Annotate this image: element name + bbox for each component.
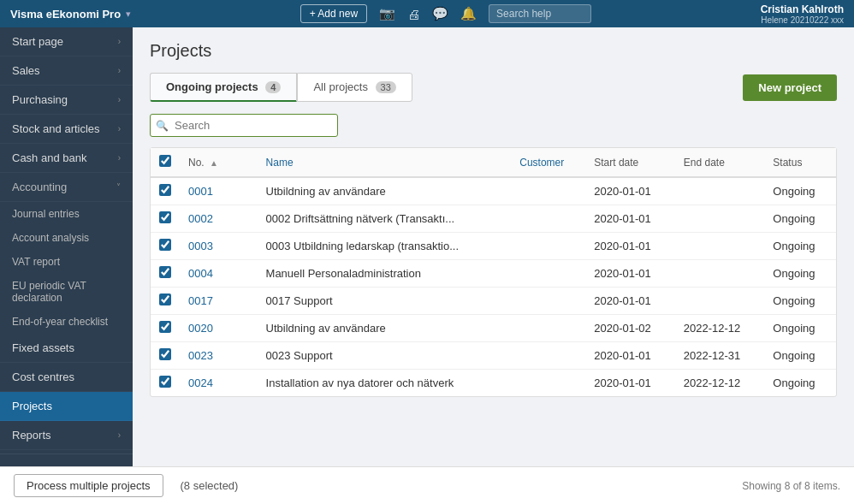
select-all-checkbox[interactable] xyxy=(159,155,171,167)
logo-chevron-icon[interactable]: ▾ xyxy=(126,9,131,20)
row-checkbox-cell xyxy=(151,342,180,370)
page-title: Projects xyxy=(150,41,837,61)
table-row: 0020 Utbildning av användare 2020-01-02 … xyxy=(151,315,836,342)
row-start-date: 2020-01-02 xyxy=(585,315,675,342)
row-checkbox[interactable] xyxy=(159,294,171,305)
header-start-date: Start date xyxy=(585,148,675,177)
row-checkbox[interactable] xyxy=(159,376,171,388)
row-no[interactable]: 0002 xyxy=(180,205,236,233)
row-checkbox-cell xyxy=(151,177,180,205)
tabs: Ongoing projects 4 All projects 33 xyxy=(150,73,412,102)
sidebar-item-stock-articles[interactable]: Stock and articles › xyxy=(0,115,133,144)
sidebar-sub-eu-periodic[interactable]: EU periodic VAT declaration xyxy=(0,274,133,310)
row-checkbox[interactable] xyxy=(159,348,171,360)
sidebar-item-projects[interactable]: Projects xyxy=(0,392,133,421)
row-customer xyxy=(511,288,585,315)
row-spacer xyxy=(236,177,257,205)
row-status: Ongoing xyxy=(764,315,836,342)
row-no[interactable]: 0004 xyxy=(180,260,236,288)
row-spacer xyxy=(236,260,257,288)
search-bar xyxy=(150,114,837,137)
tab-ongoing-projects[interactable]: Ongoing projects 4 xyxy=(150,73,297,102)
sidebar-sub-vat-report[interactable]: VAT report xyxy=(0,250,133,274)
topbar-right: Cristian Kahlroth Helene 20210222 xxx xyxy=(761,3,844,25)
table-row: 0002 0002 Driftsättning nätverk (Transak… xyxy=(151,205,836,233)
help-search-input[interactable] xyxy=(489,4,591,23)
project-search-input[interactable] xyxy=(150,114,338,137)
header-name: Name xyxy=(258,148,512,177)
row-checkbox[interactable] xyxy=(159,184,171,196)
chevron-right-icon: › xyxy=(118,430,121,440)
ongoing-badge: 4 xyxy=(265,81,281,93)
footer-left: Process multiple projects (8 selected) xyxy=(14,474,238,497)
row-end-date xyxy=(675,233,765,260)
add-new-button[interactable]: + Add new xyxy=(300,4,367,23)
new-project-button[interactable]: New project xyxy=(743,74,837,101)
projects-table-wrap: No. ▲ Name Customer Start date End date … xyxy=(150,147,837,397)
tab-all-projects[interactable]: All projects 33 xyxy=(297,73,412,102)
sidebar-item-sales[interactable]: Sales › xyxy=(0,56,133,86)
row-spacer xyxy=(236,288,257,315)
search-wrap xyxy=(150,114,338,137)
row-no[interactable]: 0020 xyxy=(180,315,236,342)
row-end-date xyxy=(675,288,765,315)
row-no[interactable]: 0017 xyxy=(180,288,236,315)
sidebar-item-settings[interactable]: Settings › xyxy=(0,458,133,466)
row-checkbox[interactable] xyxy=(159,211,171,223)
all-badge: 33 xyxy=(376,81,396,93)
row-start-date: 2020-01-01 xyxy=(585,233,675,260)
table-row: 0001 Utbildning av användare 2020-01-01 … xyxy=(151,177,836,205)
row-customer xyxy=(511,315,585,342)
bell-icon[interactable]: 🔔 xyxy=(460,6,477,21)
app-logo: Visma eEkonomi Pro xyxy=(10,8,121,21)
process-multiple-button[interactable]: Process multiple projects xyxy=(14,474,163,497)
table-row: 0003 0003 Utbildning ledarskap (transakt… xyxy=(151,233,836,260)
sidebar-sub-journal-entries[interactable]: Journal entries xyxy=(0,202,133,226)
row-checkbox[interactable] xyxy=(159,266,171,278)
sidebar-item-cost-centres[interactable]: Cost centres xyxy=(0,363,133,392)
row-customer xyxy=(511,260,585,288)
photo-icon[interactable]: 📷 xyxy=(379,6,395,21)
row-no[interactable]: 0023 xyxy=(180,342,236,370)
row-status: Ongoing xyxy=(764,370,836,397)
sidebar-sub-end-of-year[interactable]: End-of-year checklist xyxy=(0,310,133,334)
row-spacer xyxy=(236,233,257,260)
table-row: 0004 Manuell Personaladministration 2020… xyxy=(151,260,836,288)
row-checkbox[interactable] xyxy=(159,239,171,251)
row-checkbox-cell xyxy=(151,370,180,397)
header-spacer xyxy=(236,148,257,177)
row-status: Ongoing xyxy=(764,233,836,260)
sidebar: Start page › Sales › Purchasing › Stock … xyxy=(0,27,133,466)
chat-icon[interactable]: 💬 xyxy=(432,6,448,21)
table-header-row: No. ▲ Name Customer Start date End date … xyxy=(151,148,836,177)
row-customer xyxy=(511,342,585,370)
row-checkbox-cell xyxy=(151,233,180,260)
sidebar-item-accounting[interactable]: Accounting ˅ xyxy=(0,173,133,202)
row-checkbox-cell xyxy=(151,260,180,288)
print-icon[interactable]: 🖨 xyxy=(407,7,420,21)
topbar-left: Visma eEkonomi Pro ▾ xyxy=(10,8,131,21)
row-checkbox[interactable] xyxy=(159,321,171,333)
row-start-date: 2020-01-01 xyxy=(585,205,675,233)
row-status: Ongoing xyxy=(764,177,836,205)
row-no[interactable]: 0024 xyxy=(180,370,236,397)
row-checkbox-cell xyxy=(151,288,180,315)
sidebar-sub-account-analysis[interactable]: Account analysis xyxy=(0,226,133,250)
header-no[interactable]: No. ▲ xyxy=(180,148,236,177)
topbar-center: + Add new 📷 🖨 💬 🔔 xyxy=(300,4,591,23)
sidebar-item-purchasing[interactable]: Purchasing › xyxy=(0,86,133,115)
sidebar-item-fixed-assets[interactable]: Fixed assets xyxy=(0,334,133,363)
row-name: 0003 Utbildning ledarskap (transaktio... xyxy=(258,233,512,260)
sidebar-item-reports[interactable]: Reports › xyxy=(0,421,133,450)
main-content: Projects Ongoing projects 4 All projects… xyxy=(133,27,854,466)
row-no[interactable]: 0001 xyxy=(180,177,236,205)
row-start-date: 2020-01-01 xyxy=(585,370,675,397)
sidebar-item-cash-bank[interactable]: Cash and bank › xyxy=(0,144,133,173)
row-end-date: 2022-12-12 xyxy=(675,370,765,397)
chevron-right-icon: › xyxy=(118,124,121,133)
row-checkbox-cell xyxy=(151,315,180,342)
row-customer xyxy=(511,177,585,205)
sidebar-item-start-page[interactable]: Start page › xyxy=(0,27,133,56)
row-name: Utbildning av användare xyxy=(258,177,512,205)
row-no[interactable]: 0003 xyxy=(180,233,236,260)
